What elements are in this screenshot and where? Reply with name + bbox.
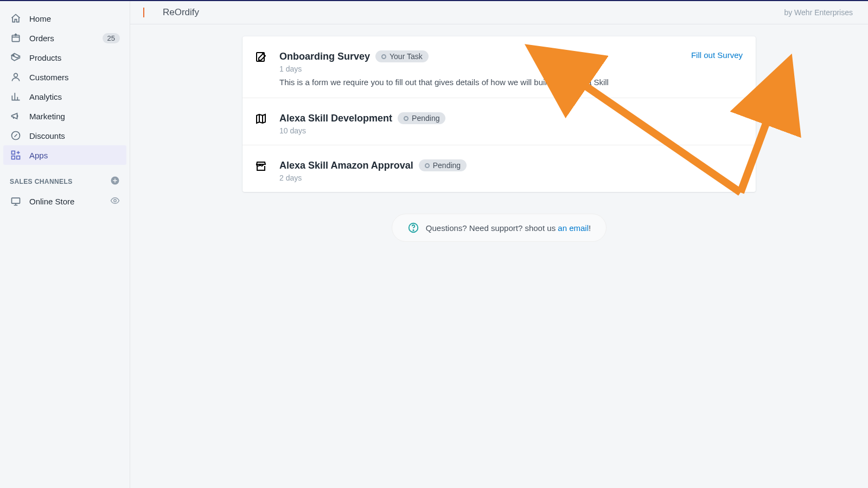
analytics-icon xyxy=(10,91,22,102)
map-icon xyxy=(254,112,269,126)
nav-list: Home Orders 25 Products Customers xyxy=(0,9,130,165)
add-channel-button[interactable] xyxy=(110,176,120,187)
task-badge: Your Task xyxy=(375,50,429,62)
customers-icon xyxy=(10,71,22,83)
svg-point-12 xyxy=(413,230,413,230)
nav-label: Analytics xyxy=(29,92,120,101)
view-store-icon[interactable] xyxy=(110,196,120,207)
fill-out-survey-link[interactable]: Fill out Survey xyxy=(691,50,743,60)
nav-item-analytics[interactable]: Analytics xyxy=(3,87,126,106)
store-icon xyxy=(10,195,22,207)
sidebar: Home Orders 25 Products Customers xyxy=(0,1,130,488)
status-dot-icon xyxy=(381,54,386,59)
nav-item-home[interactable]: Home xyxy=(3,9,126,28)
nav-label: Orders xyxy=(29,34,95,43)
svg-rect-8 xyxy=(12,198,20,203)
channel-online-store[interactable]: Online Store xyxy=(0,191,130,211)
task-alexa-development: Alexa Skill Development Pending 10 days xyxy=(242,98,756,145)
nav-label: Customers xyxy=(29,73,120,82)
app-name: ReOrdify xyxy=(163,7,199,18)
task-badge-text: Pending xyxy=(433,161,461,170)
products-icon xyxy=(10,52,22,63)
home-icon xyxy=(10,12,22,24)
task-title: Alexa Skill Development xyxy=(279,113,392,124)
channel-label: Online Store xyxy=(29,197,103,206)
nav-item-products[interactable]: Products xyxy=(3,48,126,67)
nav-item-orders[interactable]: Orders 25 xyxy=(3,28,126,48)
sales-channels-title: SALES CHANNELS xyxy=(10,178,73,185)
discounts-icon xyxy=(10,130,22,142)
task-title: Alexa Skill Amazon Approval xyxy=(279,160,413,171)
svg-point-2 xyxy=(14,73,18,77)
task-badge-text: Your Task xyxy=(390,52,423,61)
app-identity: ReOrdify xyxy=(145,7,199,18)
tasks-card: Onboarding Survey Your Task 1 days This … xyxy=(242,36,756,192)
nav-item-discounts[interactable]: Discounts xyxy=(3,126,126,145)
survey-icon xyxy=(254,50,269,65)
svg-point-9 xyxy=(114,199,117,202)
status-dot-icon xyxy=(425,163,430,168)
marketing-icon xyxy=(10,110,22,122)
nav-item-customers[interactable]: Customers xyxy=(3,67,126,87)
nav-label: Apps xyxy=(29,151,120,160)
support-text: Questions? Need support? shoot us an ema… xyxy=(426,223,591,233)
status-dot-icon xyxy=(404,116,409,121)
task-badge: Pending xyxy=(419,159,467,171)
task-duration: 10 days xyxy=(279,126,744,135)
sales-channels-heading: SALES CHANNELS xyxy=(0,165,130,191)
support-email-link[interactable]: an email xyxy=(558,223,589,233)
task-alexa-approval: Alexa Skill Amazon Approval Pending 2 da… xyxy=(242,145,756,192)
svg-rect-4 xyxy=(12,151,15,155)
nav-label: Home xyxy=(29,14,120,23)
svg-point-1 xyxy=(13,55,14,56)
support-callout: Questions? Need support? shoot us an ema… xyxy=(392,214,607,242)
content: Onboarding Survey Your Task 1 days This … xyxy=(130,24,868,254)
main: ReOrdify by Wehr Enterprises Onboarding … xyxy=(130,1,868,488)
nav-label: Products xyxy=(29,53,120,62)
apps-icon xyxy=(10,149,22,161)
topbar: ReOrdify by Wehr Enterprises xyxy=(130,1,868,24)
task-badge: Pending xyxy=(398,112,445,124)
storefront-icon xyxy=(254,159,269,174)
svg-rect-5 xyxy=(17,156,20,159)
task-onboarding-survey: Onboarding Survey Your Task 1 days This … xyxy=(242,36,756,98)
app-byline: by Wehr Enterprises xyxy=(784,8,853,17)
task-duration: 1 days xyxy=(279,65,744,73)
task-duration: 2 days xyxy=(279,174,744,182)
nav-item-marketing[interactable]: Marketing xyxy=(3,106,126,126)
svg-rect-0 xyxy=(12,35,19,42)
svg-rect-6 xyxy=(12,156,15,159)
orders-badge: 25 xyxy=(103,33,120,43)
question-icon xyxy=(407,222,419,234)
task-title: Onboarding Survey xyxy=(279,51,370,62)
task-description: This is a form we require you to fill ou… xyxy=(279,76,744,88)
nav-label: Marketing xyxy=(29,112,120,121)
nav-item-apps[interactable]: Apps xyxy=(3,145,126,165)
orders-icon xyxy=(10,32,22,44)
nav-label: Discounts xyxy=(29,131,120,140)
app-logo-icon xyxy=(145,7,157,18)
task-badge-text: Pending xyxy=(412,114,439,123)
